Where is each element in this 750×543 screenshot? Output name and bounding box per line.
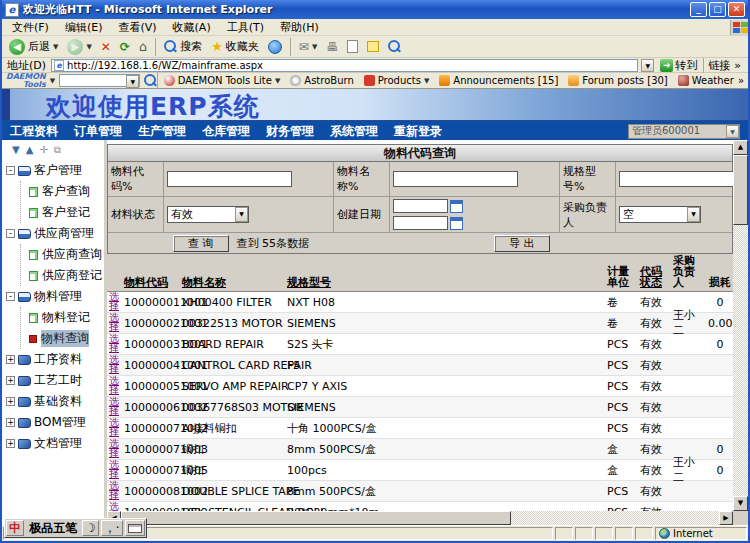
select-link[interactable]: 选择 [109,334,121,352]
column-header-code[interactable]: 物料代码 [122,276,180,291]
ime-softkeyboard-button[interactable] [125,520,145,536]
query-button[interactable]: 查 询 [173,235,229,252]
status-select[interactable]: 有效 ▼ [167,206,249,223]
tree-toggle-icon[interactable]: + [6,439,15,448]
nav-item-系统管理[interactable]: 系统管理 [330,123,378,140]
ime-punct-button[interactable]: ，· [101,520,123,536]
dropdown-icon[interactable]: ▼ [424,77,429,85]
name-input[interactable] [393,171,518,187]
tree-toggle-icon[interactable]: - [6,229,15,238]
scroll-up-icon[interactable]: ▲ [733,140,748,155]
nav-item-工程资料[interactable]: 工程资料 [10,123,58,140]
scroll-down-icon[interactable]: ▼ [733,496,748,511]
nav-item-财务管理[interactable]: 财务管理 [266,123,314,140]
stop-button[interactable]: ✕ [98,38,114,56]
user-select[interactable]: 管理员600001 ▼ [628,124,740,139]
fold-tree-icon[interactable]: ⧉ [54,144,61,156]
back-dropdown-icon[interactable]: ▼ [53,43,58,51]
nav-item-生产管理[interactable]: 生产管理 [138,123,186,140]
menu-item-编[interactable]: 编辑(E) [57,19,111,36]
tree-group-基础资料[interactable]: +基础资料 [6,391,104,412]
nav-item-重新登录[interactable]: 重新登录 [394,123,442,140]
vertical-scrollbar[interactable]: ▲ ▼ [733,140,748,511]
tree-group-文档管理[interactable]: +文档管理 [6,433,104,454]
address-input[interactable]: e http://192.168.1.6/WZ/mainframe.aspx [51,59,638,72]
sidebar-item-物料查询[interactable]: 物料查询 [23,328,104,349]
select-link[interactable]: 选择 [109,502,121,511]
ime-mode-button[interactable]: 中 [6,520,24,536]
forward-dropdown-icon[interactable]: ▼ [86,43,91,51]
tree-toggle-icon[interactable]: - [6,292,15,301]
print-button[interactable]: 🖶 [323,39,341,55]
links-item[interactable]: Announcements [15] [439,75,558,86]
code-input[interactable] [167,171,292,187]
links-item[interactable]: DAEMON Tools Lite▼ [164,75,280,86]
history-button[interactable] [265,39,285,55]
calendar-icon[interactable] [450,217,463,230]
address-dropdown-icon[interactable]: ▼ [641,59,654,72]
tree-group-客户管理[interactable]: -客户管理 [6,160,104,181]
column-header-status[interactable]: 代码状态 [638,265,671,291]
mail-dropdown-icon[interactable]: ▼ [312,43,317,51]
menu-item-文[interactable]: 文件(F) [4,19,57,36]
refresh-tree-icon[interactable]: ✛ [39,144,47,156]
nav-item-订单管理[interactable]: 订单管理 [74,123,122,140]
links-bar-toggle[interactable]: 链接 » [703,58,745,73]
search-button[interactable]: 搜索 [161,38,205,55]
tree-group-BOM管理[interactable]: +BOM管理 [6,412,104,433]
sidebar-item-客户查询[interactable]: 客户查询 [23,181,104,202]
tree-toggle-icon[interactable]: + [6,355,15,364]
select-link[interactable]: 选择 [109,460,121,478]
horizontal-scrollbar[interactable]: ◀ ▶ [107,511,733,525]
expand-all-icon[interactable]: ▲ [26,144,34,156]
tree-toggle-icon[interactable]: - [6,166,15,175]
tree-group-供应商管理[interactable]: -供应商管理 [6,223,104,244]
links-item[interactable]: Products▼ [364,75,430,86]
ime-bar[interactable]: 中 极品五笔 ☽ ，· [4,518,147,538]
links-item[interactable]: AstroBurn [290,75,353,86]
tree-group-工艺工时[interactable]: +工艺工时 [6,370,104,391]
horizontal-scroll-thumb[interactable] [121,511,511,525]
column-header-buyer[interactable]: 采购负责人 [671,254,706,291]
calendar-icon[interactable] [450,200,463,213]
column-header-unit[interactable]: 计量单位 [605,265,638,291]
column-header-loss[interactable]: 损耗 [706,276,733,291]
column-header-name[interactable]: 物料名称 [180,276,285,291]
collapse-all-icon[interactable]: ▼ [12,144,20,156]
select-link[interactable]: 选择 [109,355,121,373]
links-item[interactable]: Weather [678,75,734,86]
maximize-button[interactable]: □ [709,2,726,17]
edit-button[interactable] [344,39,361,54]
home-button[interactable]: ⌂ [136,38,150,56]
daemon-search-icon[interactable] [144,74,151,87]
date-from-input[interactable] [393,199,448,213]
column-header-spec[interactable]: 规格型号 [285,276,605,291]
tree-group-物料管理[interactable]: -物料管理 [6,286,104,307]
sidebar-item-物料登记[interactable]: 物料登记 [23,307,104,328]
select-link[interactable]: 选择 [109,439,121,457]
buyer-select[interactable]: 空 ▼ [619,206,701,223]
select-link[interactable]: 选择 [109,397,121,415]
sidebar-item-供应商登记[interactable]: 供应商登记 [23,265,104,286]
menu-item-工[interactable]: 工具(T) [219,19,272,36]
messenger-button[interactable] [385,39,404,54]
scroll-right-icon[interactable]: ▶ [719,511,733,525]
go-button[interactable]: ➜ 转到 [657,58,700,73]
daemon-logo-dropdown-icon[interactable]: ▼ [50,77,55,85]
forward-button[interactable]: ▶ ▼ [64,38,94,56]
date-to-input[interactable] [393,216,448,230]
refresh-button[interactable]: ⟳ [117,38,133,56]
sidebar-item-客户登记[interactable]: 客户登记 [23,202,104,223]
discuss-button[interactable] [364,40,382,53]
back-button[interactable]: ◀ 后退 ▼ [6,38,61,56]
buyer-dropdown-icon[interactable]: ▼ [687,207,700,222]
select-link[interactable]: 选择 [109,292,121,310]
tree-toggle-icon[interactable]: + [6,397,15,406]
close-button[interactable]: ✕ [728,2,745,17]
select-link[interactable]: 选择 [109,376,121,394]
export-button[interactable]: 导 出 [494,235,550,252]
menu-item-查[interactable]: 查看(V) [110,19,164,36]
links-item[interactable]: Forum posts [30] [568,75,667,86]
status-dropdown-icon[interactable]: ▼ [235,207,248,222]
nav-item-仓库管理[interactable]: 仓库管理 [202,123,250,140]
